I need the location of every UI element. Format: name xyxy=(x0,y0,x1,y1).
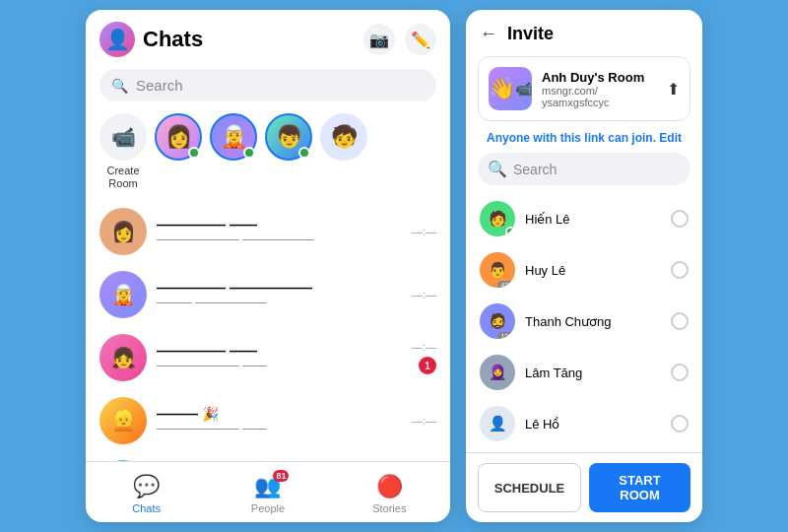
story-avatar-2[interactable]: 🧝 xyxy=(210,113,257,161)
header-icons: 📷 ✏️ xyxy=(363,24,436,55)
create-room-button[interactable]: 📹 CreateRoom xyxy=(99,113,147,190)
contact-item-huy-le[interactable]: 👨 47m Huy Lê xyxy=(466,244,702,296)
room-link: msngr.com/ysamxgsfccyc xyxy=(542,85,657,108)
chat-info: ————— —— ——————— —————— xyxy=(157,217,402,246)
camera-icon-button[interactable]: 📷 xyxy=(363,24,395,55)
contact-avatar: 🧑 xyxy=(480,201,515,236)
online-dot xyxy=(505,227,515,236)
nav-people[interactable]: 👥 81 People xyxy=(207,470,328,518)
nav-chats[interactable]: 💬 Chats xyxy=(86,470,207,518)
contact-avatar: 👨 47m xyxy=(480,252,515,288)
select-radio[interactable] xyxy=(671,261,689,279)
stories-nav-label: Stories xyxy=(372,502,406,514)
chat-item[interactable]: 👩 ————— —— ——————— —————— —:— xyxy=(86,200,450,263)
time-badge: 13m xyxy=(497,332,515,339)
contact-name: Huy Lê xyxy=(525,263,661,278)
schedule-button[interactable]: SCHEDULE xyxy=(478,463,581,512)
chat-avatar: 👧 xyxy=(99,334,147,381)
chat-item[interactable]: 👧 ————— —— ——————— —— —:— 1 xyxy=(86,326,450,389)
chat-name: ————— —— xyxy=(157,217,402,233)
create-room-label: CreateRoom xyxy=(106,165,139,190)
chat-info: ————— —————— ——— —————— xyxy=(157,280,402,309)
chat-preview: ——————— —————— xyxy=(157,233,402,246)
unread-badge: 1 xyxy=(419,357,436,374)
people-count-badge: 81 xyxy=(273,470,289,482)
story-avatar-4[interactable]: 🧒 xyxy=(320,113,367,161)
chat-avatar: 👱 xyxy=(99,397,147,444)
chat-name: ————— —————— xyxy=(157,280,402,296)
chat-meta: —:— 1 xyxy=(412,341,436,374)
user-avatar[interactable]: 👤 xyxy=(99,22,135,57)
room-title: Anh Duy's Room xyxy=(542,70,657,85)
chats-title: Chats xyxy=(143,27,356,52)
contact-avatar: 🧔 13m xyxy=(480,303,515,339)
chat-name: ——— 🎉 xyxy=(157,406,402,422)
chat-item[interactable]: 🧒 ————— —— ——————— —— —:— 1 xyxy=(86,452,450,461)
contact-avatar: 🧕 xyxy=(480,355,515,390)
contact-name: Lê Hồ xyxy=(525,417,661,432)
search-bar[interactable]: 🔍 Search xyxy=(99,69,436,101)
chat-meta: —:— xyxy=(412,415,436,427)
chats-nav-label: Chats xyxy=(132,502,161,514)
left-panel: 👤 Chats 📷 ✏️ 🔍 Search 📹 CreateRoom 👩 xyxy=(86,10,450,522)
online-indicator xyxy=(298,147,310,159)
chat-time: —:— xyxy=(412,415,436,427)
chat-preview: ——————— —— xyxy=(157,422,402,435)
invite-title: Invite xyxy=(507,24,554,44)
room-info: Anh Duy's Room msngr.com/ysamxgsfccyc xyxy=(542,70,657,108)
chat-time: —:— xyxy=(412,341,436,353)
bottom-nav: 💬 Chats 👥 81 People 🔴 Stories xyxy=(86,461,450,522)
chats-nav-icon: 💬 xyxy=(133,474,160,499)
right-search-bar[interactable]: 🔍 Search xyxy=(478,153,690,185)
room-emoji: 👋 xyxy=(489,76,515,101)
chat-name: ————— —— xyxy=(157,343,402,359)
share-icon[interactable]: ⬆ xyxy=(667,80,680,99)
contact-name: Hiến Lê xyxy=(525,212,661,227)
chat-meta: —:— xyxy=(412,226,436,237)
chat-list: 👩 ————— —— ——————— —————— —:— 🧝 ————— ——… xyxy=(86,200,450,461)
chat-time: —:— xyxy=(412,289,436,300)
chat-preview: ——— —————— xyxy=(157,296,402,309)
stories-nav-icon: 🔴 xyxy=(376,474,403,499)
invite-footer: SCHEDULE START ROOM xyxy=(466,452,702,522)
link-notice-text: Anyone with this link can join. xyxy=(487,131,656,145)
contact-item-le-ho[interactable]: 👤 Lê Hồ xyxy=(466,398,702,449)
chat-avatar: 👩 xyxy=(99,208,147,255)
create-room-icon: 📹 xyxy=(99,113,147,161)
chat-item[interactable]: 👱 ——— 🎉 ——————— —— —:— xyxy=(86,389,450,452)
chat-info: ——— 🎉 ——————— —— xyxy=(157,406,402,435)
contact-item-hien-le[interactable]: 🧑 Hiến Lê xyxy=(466,193,702,244)
search-icon: 🔍 xyxy=(111,78,128,94)
story-avatar-3[interactable]: 👦 xyxy=(265,113,312,161)
contact-item-lam-tang[interactable]: 🧕 Lâm Tăng xyxy=(466,347,702,398)
online-indicator xyxy=(188,147,200,159)
select-radio[interactable] xyxy=(671,415,689,432)
story-avatar-1[interactable]: 👩 xyxy=(155,113,202,161)
video-camera-icon: 📹 xyxy=(515,81,532,97)
contact-name: Lâm Tăng xyxy=(525,366,661,380)
chat-item[interactable]: 🧝 ————— —————— ——— —————— —:— xyxy=(86,263,450,326)
start-room-button[interactable]: START ROOM xyxy=(589,463,690,512)
room-card: 👋 📹 Anh Duy's Room msngr.com/ysamxgsfccy… xyxy=(478,56,690,121)
invite-header: ← Invite xyxy=(466,10,702,52)
select-radio[interactable] xyxy=(671,364,689,381)
search-icon: 🔍 xyxy=(488,160,507,178)
back-button[interactable]: ← xyxy=(480,24,497,44)
edit-icon-button[interactable]: ✏️ xyxy=(405,24,436,55)
left-header: 👤 Chats 📷 ✏️ xyxy=(86,10,450,65)
edit-link-button[interactable]: Edit xyxy=(659,131,682,145)
room-icon: 👋 📹 xyxy=(489,67,532,110)
online-indicator xyxy=(243,147,255,159)
chat-meta: —:— xyxy=(412,289,436,300)
contact-item-thanh-chuong[interactable]: 🧔 13m Thanh Chương xyxy=(466,296,702,347)
right-search-placeholder: Search xyxy=(513,162,557,177)
nav-stories[interactable]: 🔴 Stories xyxy=(329,470,450,518)
contact-avatar: 👤 xyxy=(480,406,515,441)
select-radio[interactable] xyxy=(671,312,689,330)
chat-time: —:— xyxy=(412,226,436,237)
people-badge-container: 👥 81 xyxy=(254,474,281,499)
search-placeholder: Search xyxy=(136,77,183,94)
select-radio[interactable] xyxy=(671,210,689,228)
story-row: 📹 CreateRoom 👩 🧝 👦 xyxy=(86,109,450,200)
time-badge: 47m xyxy=(497,281,515,288)
